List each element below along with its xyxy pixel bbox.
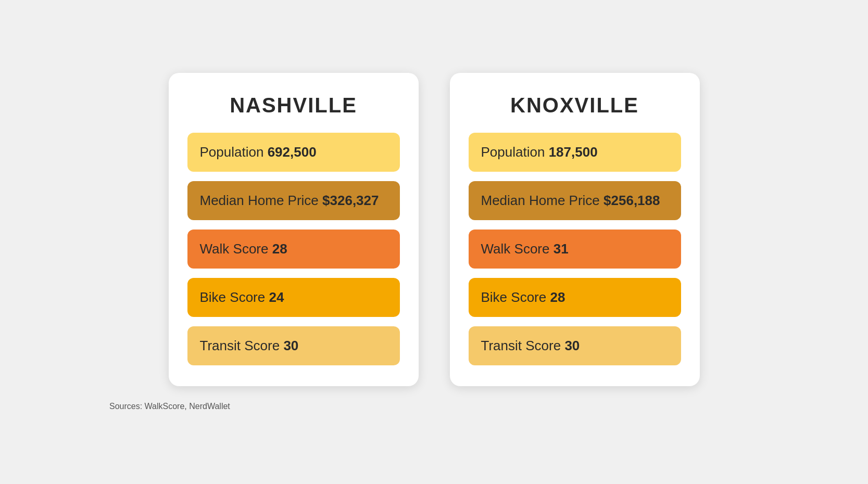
knoxville-transit-score-value: 30: [564, 338, 580, 353]
nashville-transit-score-label: Transit Score: [200, 338, 280, 353]
nashville-transit-score-value: 30: [283, 338, 298, 353]
knoxville-median-home-value: $256,188: [603, 193, 660, 208]
knoxville-title: KNOXVILLE: [469, 94, 681, 117]
cards-container: NASHVILLE Population 692,500 Median Home…: [169, 73, 700, 386]
nashville-walk-score-row: Walk Score 28: [187, 230, 400, 269]
knoxville-median-home-label: Median Home Price: [481, 193, 600, 208]
knoxville-transit-score-row: Transit Score 30: [469, 326, 681, 365]
knoxville-population-value: 187,500: [549, 144, 598, 160]
nashville-population-value: 692,500: [268, 144, 317, 160]
nashville-population-row: Population 692,500: [187, 133, 400, 172]
knoxville-bike-score-row: Bike Score 28: [469, 278, 681, 317]
knoxville-population-row: Population 187,500: [469, 133, 681, 172]
knoxville-bike-score-label: Bike Score: [481, 289, 547, 305]
nashville-card: NASHVILLE Population 692,500 Median Home…: [169, 73, 419, 386]
nashville-title: NASHVILLE: [187, 94, 400, 117]
knoxville-walk-score-row: Walk Score 31: [469, 230, 681, 269]
nashville-median-home-row: Median Home Price $326,327: [187, 181, 400, 220]
nashville-bike-score-row: Bike Score 24: [187, 278, 400, 317]
nashville-bike-score-value: 24: [269, 289, 284, 305]
knoxville-walk-score-value: 31: [553, 241, 569, 257]
nashville-transit-score-row: Transit Score 30: [187, 326, 400, 365]
nashville-median-home-value: $326,327: [322, 193, 379, 208]
nashville-walk-score-value: 28: [272, 241, 287, 257]
knoxville-walk-score-label: Walk Score: [481, 241, 550, 257]
nashville-median-home-label: Median Home Price: [200, 193, 319, 208]
nashville-bike-score-label: Bike Score: [200, 289, 266, 305]
nashville-population-label: Population: [200, 144, 264, 160]
knoxville-transit-score-label: Transit Score: [481, 338, 561, 353]
knoxville-card: KNOXVILLE Population 187,500 Median Home…: [450, 73, 700, 386]
knoxville-median-home-row: Median Home Price $256,188: [469, 181, 681, 220]
knoxville-bike-score-value: 28: [550, 289, 565, 305]
knoxville-population-label: Population: [481, 144, 545, 160]
sources-text: Sources: WalkScore, NerdWallet: [109, 402, 230, 411]
nashville-walk-score-label: Walk Score: [200, 241, 269, 257]
